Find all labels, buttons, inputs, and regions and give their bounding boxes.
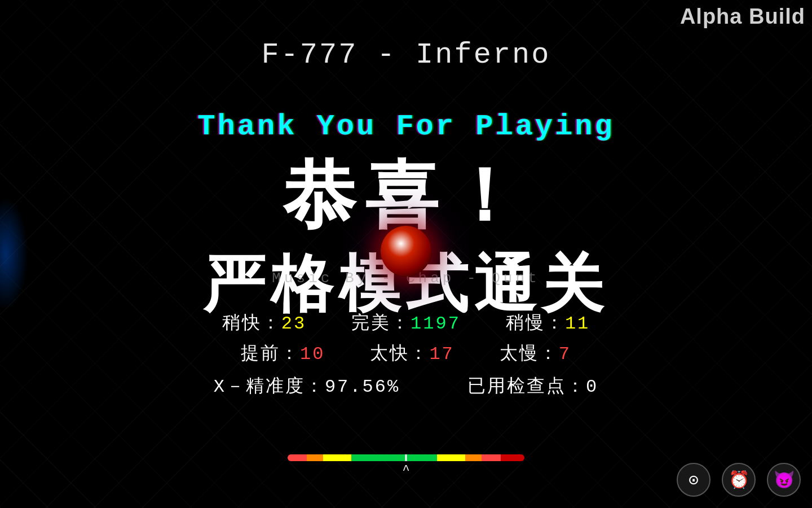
bottom-icons: ⊙ ⏰ 😈 bbox=[677, 463, 801, 497]
stats-area: 稍快：23 完美：1197 稍慢：11 提前：10 太快：17 太慢：7 X－精… bbox=[0, 310, 812, 398]
slightly-fast-stat: 稍快：23 bbox=[222, 310, 306, 335]
slightly-slow-label: 稍慢： bbox=[506, 313, 565, 334]
calendar-icon: 😈 bbox=[774, 470, 795, 491]
early-stat: 提前：10 bbox=[241, 341, 325, 366]
accuracy-val: 97.56% bbox=[325, 376, 400, 397]
accuracy-stat: X－精准度：97.56% bbox=[214, 374, 400, 398]
alpha-build-label: Alpha Build bbox=[680, 5, 805, 29]
clock-icon: ⏰ bbox=[729, 470, 749, 491]
checkpoint-val: 0 bbox=[586, 376, 598, 397]
stats-row-2: 提前：10 太快：17 太慢：7 bbox=[0, 341, 812, 366]
perfect-stat: 完美：1197 bbox=[351, 310, 461, 335]
slightly-slow-val: 11 bbox=[565, 313, 590, 334]
thank-you-label: Thank You For Playing bbox=[0, 110, 812, 143]
too-slow-label: 太慢： bbox=[500, 344, 559, 365]
too-fast-val: 17 bbox=[429, 344, 454, 365]
slightly-fast-val: 23 bbox=[281, 313, 306, 334]
progress-bar bbox=[288, 454, 524, 461]
slightly-fast-label: 稍快： bbox=[222, 313, 281, 334]
progress-bar-container: ^ bbox=[288, 454, 524, 477]
perfect-val: 1197 bbox=[411, 313, 461, 334]
orb-visual bbox=[381, 226, 431, 277]
early-val: 10 bbox=[300, 344, 325, 365]
record-icon: ⊙ bbox=[689, 470, 699, 491]
accuracy-row: X－精准度：97.56% 已用检查点：0 bbox=[214, 374, 599, 398]
too-slow-stat: 太慢：7 bbox=[500, 341, 571, 366]
too-slow-val: 7 bbox=[559, 344, 571, 365]
song-title: F-777 - Inferno bbox=[0, 38, 812, 72]
progress-arrow: ^ bbox=[402, 465, 409, 477]
too-fast-stat: 太快：17 bbox=[370, 341, 454, 366]
clock-icon-button[interactable]: ⏰ bbox=[722, 463, 756, 497]
checkpoint-stat: 已用检查点：0 bbox=[467, 374, 598, 398]
checkpoint-label: 已用检查点： bbox=[467, 376, 586, 397]
slightly-slow-stat: 稍慢：11 bbox=[506, 310, 590, 335]
early-label: 提前： bbox=[241, 344, 300, 365]
accuracy-label: X－精准度： bbox=[214, 376, 325, 397]
calendar-icon-button[interactable]: 😈 bbox=[767, 463, 801, 497]
stats-row-1: 稍快：23 完美：1197 稍慢：11 bbox=[0, 310, 812, 335]
record-icon-button[interactable]: ⊙ bbox=[677, 463, 710, 497]
perfect-label: 完美： bbox=[351, 313, 411, 334]
too-fast-label: 太快： bbox=[370, 344, 429, 365]
